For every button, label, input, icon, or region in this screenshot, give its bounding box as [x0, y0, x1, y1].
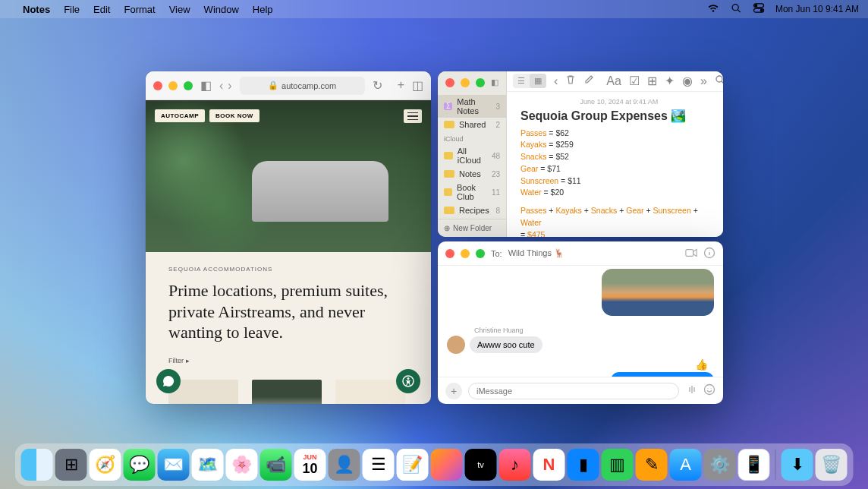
menu-edit[interactable]: Edit: [93, 4, 110, 15]
dock-messages[interactable]: 💬: [124, 449, 156, 481]
dock-safari[interactable]: 🧭: [90, 449, 121, 481]
compose-icon[interactable]: [583, 74, 594, 88]
hero-image: AUTOCAMP BOOK NOW: [146, 100, 431, 252]
dock-mail[interactable]: ✉️: [158, 449, 190, 481]
menu-format[interactable]: Format: [124, 4, 155, 15]
dock-freeform[interactable]: [431, 449, 463, 481]
svg-point-3: [755, 5, 757, 7]
dock-keynote[interactable]: ▮: [568, 449, 599, 481]
folder-shared[interactable]: Shared2: [438, 118, 506, 131]
dock-news[interactable]: N: [533, 449, 565, 481]
sum-result: = $475: [520, 229, 718, 237]
dock-music[interactable]: ♪: [499, 449, 531, 481]
dock-calendar[interactable]: JUN10: [294, 449, 326, 481]
to-field[interactable]: Wild Things 🦌: [508, 248, 679, 258]
emoji-icon[interactable]: [703, 383, 715, 399]
sidebar-toggle-icon[interactable]: ◧: [491, 77, 498, 87]
dock-reminders[interactable]: ☰: [363, 449, 395, 481]
control-center-icon[interactable]: [753, 3, 765, 15]
accommodation-thumb[interactable]: [252, 380, 322, 405]
dock-photos[interactable]: 🌸: [226, 449, 258, 481]
folder-notes[interactable]: Notes23: [438, 167, 506, 181]
sum-expression: Passes + Kayaks + Snacks + Gear + Sunscr…: [520, 205, 718, 229]
safari-toolbar: ◧ ‹› 🔒autocamp.com ↻ + ◫: [146, 71, 431, 100]
info-icon[interactable]: [703, 247, 715, 260]
dock-numbers[interactable]: ▥: [602, 449, 634, 481]
image-attachment[interactable]: [602, 269, 714, 316]
list-view-icon[interactable]: ☰: [513, 74, 530, 88]
menu-window[interactable]: Window: [204, 4, 239, 15]
folder-math-notes[interactable]: Math Notes3: [438, 95, 506, 118]
menubar-datetime[interactable]: Mon Jun 10 9:41 AM: [775, 4, 859, 14]
link-icon[interactable]: ✦: [665, 74, 675, 88]
dock-downloads[interactable]: ⬇: [782, 449, 813, 481]
search-icon[interactable]: [715, 74, 723, 88]
filter-toggle[interactable]: Filter ▸: [168, 357, 408, 364]
folder-recipes[interactable]: Recipes8: [438, 203, 506, 217]
new-folder-button[interactable]: ⊕New Folder: [438, 219, 506, 237]
trash-icon[interactable]: [565, 74, 576, 88]
site-logo[interactable]: AUTOCAMP: [155, 109, 205, 122]
folder-all-icloud[interactable]: All iCloud48: [438, 144, 506, 167]
address-bar[interactable]: 🔒autocamp.com: [240, 77, 365, 95]
dock-trash[interactable]: 🗑️: [816, 449, 848, 481]
app-menu[interactable]: Notes: [23, 4, 50, 15]
dock-facetime[interactable]: 📹: [260, 449, 292, 481]
back-button[interactable]: ‹: [219, 79, 223, 93]
menu-file[interactable]: File: [64, 4, 80, 15]
more-icon[interactable]: »: [700, 74, 707, 88]
reload-icon[interactable]: ↻: [373, 78, 382, 93]
dock-finder[interactable]: [21, 449, 53, 481]
avatar[interactable]: [447, 336, 465, 354]
attach-button[interactable]: +: [445, 383, 462, 399]
accessibility-fab[interactable]: [396, 369, 420, 393]
forward-button[interactable]: ›: [228, 79, 231, 93]
lock-icon: 🔒: [268, 80, 278, 90]
checklist-icon[interactable]: ☑: [629, 74, 640, 88]
sidebar-toggle-icon[interactable]: ◧: [200, 78, 212, 93]
tapback-reaction[interactable]: 👍: [695, 358, 708, 371]
back-icon[interactable]: ‹: [554, 74, 558, 88]
window-controls[interactable]: [445, 78, 485, 87]
dock-tv[interactable]: tv: [465, 449, 497, 481]
format-icon[interactable]: Aa: [606, 74, 621, 88]
folder-icon: [444, 207, 454, 214]
note-editor[interactable]: June 10, 2024 at 9:41 AM Sequoia Group E…: [507, 92, 723, 237]
menu-help[interactable]: Help: [253, 4, 273, 15]
folder-book-club[interactable]: Book Club11: [438, 181, 506, 203]
tabs-icon[interactable]: ◫: [412, 78, 423, 93]
media-icon[interactable]: ◉: [682, 74, 693, 88]
window-controls[interactable]: [153, 81, 193, 90]
table-icon[interactable]: ⊞: [647, 74, 657, 88]
dock-maps[interactable]: 🗺️: [192, 449, 224, 481]
note-timestamp: June 10, 2024 at 9:41 AM: [520, 98, 718, 106]
svg-point-0: [732, 5, 738, 11]
wifi-icon[interactable]: [707, 3, 719, 15]
outgoing-message[interactable]: Is anyone bringing film?: [611, 372, 714, 377]
dock-launchpad[interactable]: ⊞: [55, 449, 87, 481]
incoming-message[interactable]: Awww soo cute: [470, 336, 542, 353]
menu-view[interactable]: View: [169, 4, 190, 15]
new-folder-label: New Folder: [453, 224, 492, 232]
message-input[interactable]: [468, 383, 679, 399]
dock-settings[interactable]: ⚙️: [704, 449, 736, 481]
svg-point-6: [407, 377, 410, 380]
grid-view-icon[interactable]: ▦: [530, 74, 546, 88]
spotlight-icon[interactable]: [730, 3, 742, 15]
accommodation-thumb[interactable]: [335, 380, 405, 405]
chat-fab[interactable]: [156, 369, 181, 393]
audio-message-icon[interactable]: [685, 383, 697, 399]
facetime-video-icon[interactable]: [685, 247, 697, 260]
dock-iphone-mirroring[interactable]: 📱: [738, 449, 770, 481]
dock-separator: [775, 450, 776, 480]
window-controls[interactable]: [445, 249, 485, 258]
dock-contacts[interactable]: 👤: [329, 449, 360, 481]
dock-app-store[interactable]: A: [670, 449, 702, 481]
new-tab-icon[interactable]: +: [398, 78, 404, 93]
dock-notes[interactable]: 📝: [397, 449, 429, 481]
notes-sidebar: ◧ Math Notes3 Shared2 iCloud All iCloud4…: [438, 71, 507, 237]
dock-pages[interactable]: ✎: [636, 449, 668, 481]
view-segmented-control[interactable]: ☰▦: [513, 74, 546, 88]
book-now-button[interactable]: BOOK NOW: [209, 109, 259, 122]
hamburger-menu[interactable]: [404, 109, 422, 123]
